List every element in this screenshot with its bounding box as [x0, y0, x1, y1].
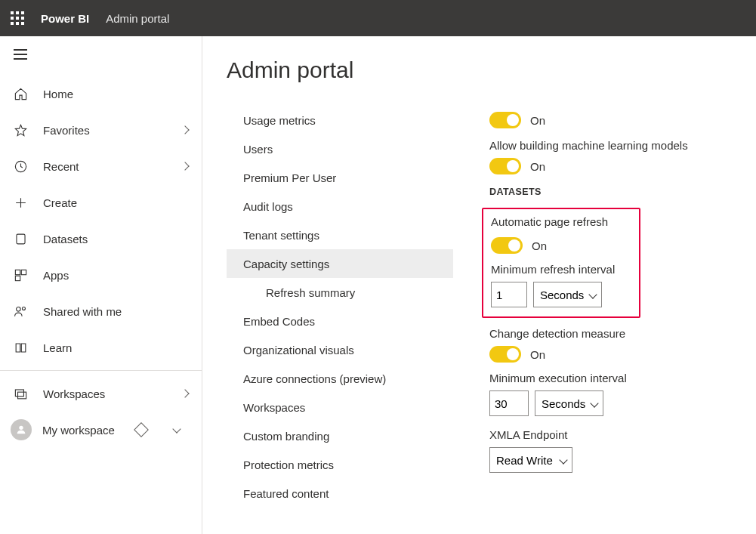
min-refresh-label: Minimum refresh interval	[491, 263, 631, 276]
svg-point-6	[22, 307, 25, 310]
svg-rect-2	[15, 270, 20, 274]
plus-icon	[14, 196, 28, 210]
min-exec-input[interactable]	[489, 390, 529, 416]
svg-rect-1	[17, 234, 25, 244]
app-launcher-icon[interactable]	[11, 11, 24, 25]
min-refresh-unit-select[interactable]: Seconds	[533, 282, 602, 307]
min-refresh-input[interactable]	[491, 282, 527, 307]
toggle-on-label: On	[530, 348, 545, 361]
nav-item-favorites[interactable]: Favorites	[0, 112, 202, 148]
change-detection-label: Change detection measure	[489, 327, 738, 340]
page-title: Admin portal	[227, 57, 756, 83]
toggle-unknown-top[interactable]	[489, 112, 521, 128]
toggle-allow-ml[interactable]	[489, 158, 521, 174]
xmla-label: XMLA Endpoint	[489, 428, 738, 441]
svg-rect-7	[15, 389, 23, 396]
shared-icon	[14, 304, 28, 319]
admin-subnav: Usage metrics Users Premium Per User Aud…	[227, 106, 453, 508]
portal-label: Admin portal	[106, 12, 169, 25]
nav-label: Home	[43, 88, 73, 100]
subnav-tenant-settings[interactable]: Tenant settings	[227, 221, 453, 249]
brand-label: Power BI	[41, 12, 89, 25]
subnav-org-visuals[interactable]: Organizational visuals	[227, 335, 453, 364]
subnav-capacity-settings[interactable]: Capacity settings	[227, 249, 453, 278]
subnav-custom-branding[interactable]: Custom branding	[227, 421, 453, 450]
toggle-on-label: On	[530, 114, 545, 127]
auto-refresh-label: Automatic page refresh	[491, 215, 631, 228]
subnav-refresh-summary[interactable]: Refresh summary	[227, 278, 453, 307]
nav-item-apps[interactable]: Apps	[0, 257, 202, 293]
book-icon	[14, 341, 28, 355]
toggle-change-detection[interactable]	[489, 346, 521, 363]
workspaces-icon	[14, 387, 28, 401]
datasets-heading: DATASETS	[489, 187, 738, 197]
my-workspace-row[interactable]: My workspace	[0, 412, 202, 448]
home-icon	[14, 87, 28, 101]
subnav-users[interactable]: Users	[227, 134, 453, 163]
sidebar: Home Favorites Recent Create Datasets	[0, 36, 202, 534]
subnav-embed-codes[interactable]: Embed Codes	[227, 307, 453, 335]
sidebar-collapse-button[interactable]	[0, 36, 202, 73]
svg-point-9	[19, 426, 23, 430]
subnav-azure-connections[interactable]: Azure connections (preview)	[227, 364, 453, 393]
premium-diamond-icon	[134, 422, 149, 437]
toggle-auto-refresh[interactable]	[491, 237, 523, 254]
toggle-on-label: On	[530, 160, 545, 173]
subnav-audit-logs[interactable]: Audit logs	[227, 192, 453, 221]
nav-label: Workspaces	[43, 387, 105, 400]
content-area: Admin portal Usage metrics Users Premium…	[202, 36, 756, 534]
settings-column: On Allow building machine learning model…	[489, 106, 756, 508]
nav-label: Apps	[43, 269, 69, 282]
nav-label: Favorites	[43, 124, 90, 137]
chevron-right-icon	[181, 162, 189, 170]
highlighted-auto-refresh-section: Automatic page refresh On Minimum refres…	[482, 208, 640, 318]
my-workspace-label: My workspace	[42, 424, 115, 437]
subnav-usage-metrics[interactable]: Usage metrics	[227, 106, 453, 134]
nav-item-recent[interactable]: Recent	[0, 148, 202, 184]
chevron-down-icon	[172, 424, 181, 433]
min-exec-unit-select[interactable]: Seconds	[535, 390, 603, 416]
svg-rect-8	[18, 392, 26, 399]
subnav-workspaces[interactable]: Workspaces	[227, 393, 453, 421]
subnav-featured-content[interactable]: Featured content	[227, 479, 453, 508]
chevron-right-icon	[181, 125, 189, 134]
nav-item-home[interactable]: Home	[0, 76, 202, 112]
toggle-on-label: On	[532, 239, 547, 252]
subnav-premium-per-user[interactable]: Premium Per User	[227, 163, 453, 192]
star-icon	[14, 123, 28, 137]
chevron-right-icon	[181, 389, 189, 397]
min-exec-label: Minimum execution interval	[489, 372, 738, 384]
svg-rect-3	[21, 270, 26, 274]
avatar-icon	[11, 419, 32, 440]
nav-label: Shared with me	[43, 305, 122, 318]
nav-item-datasets[interactable]: Datasets	[0, 221, 202, 257]
nav-item-create[interactable]: Create	[0, 184, 202, 221]
apps-icon	[14, 268, 28, 282]
topbar: Power BI Admin portal	[0, 0, 756, 36]
hamburger-icon	[14, 49, 27, 60]
nav-item-shared[interactable]: Shared with me	[0, 293, 202, 329]
nav-item-learn[interactable]: Learn	[0, 329, 202, 366]
svg-point-5	[17, 307, 21, 311]
nav-label: Learn	[43, 341, 72, 354]
clock-icon	[14, 159, 28, 174]
allow-ml-label: Allow building machine learning models	[489, 139, 738, 152]
nav-label: Create	[43, 196, 77, 209]
nav-label: Recent	[43, 160, 79, 173]
datasets-icon	[14, 232, 28, 246]
svg-rect-4	[15, 276, 20, 280]
nav-item-workspaces[interactable]: Workspaces	[0, 375, 202, 412]
nav-label: Datasets	[43, 233, 88, 245]
subnav-protection-metrics[interactable]: Protection metrics	[227, 450, 453, 479]
xmla-endpoint-select[interactable]: Read Write	[489, 447, 572, 473]
